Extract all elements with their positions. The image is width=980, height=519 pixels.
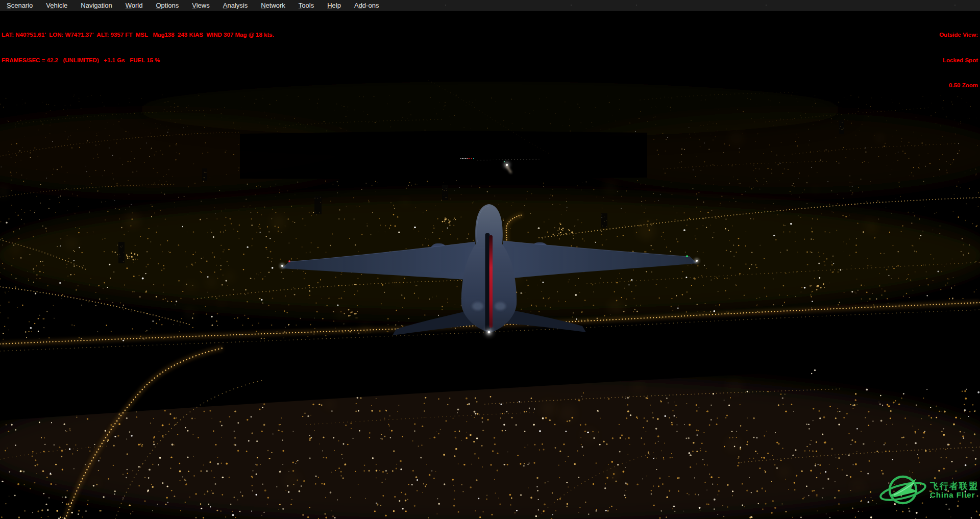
watermark: 飞行者联盟 China Flier bbox=[878, 471, 978, 510]
nav-light-red bbox=[288, 260, 290, 262]
nav-light-green bbox=[686, 255, 688, 257]
menu-item-scenario[interactable]: Scenario bbox=[0, 0, 39, 11]
china-flier-logo-icon bbox=[878, 471, 927, 510]
menu-item-options[interactable]: Options bbox=[149, 0, 185, 11]
simulator-window: ScenarioVehicleNavigationWorldOptionsVie… bbox=[0, 0, 980, 519]
menu-bar: ScenarioVehicleNavigationWorldOptionsVie… bbox=[0, 0, 980, 11]
menu-item-navigation[interactable]: Navigation bbox=[74, 0, 118, 11]
flight-info-overlay: LAT: N40?51.61' LON: W74?1.37' ALT: 9357… bbox=[2, 14, 274, 81]
speck bbox=[335, 5, 336, 6]
speck bbox=[636, 5, 637, 6]
strobe-light-left bbox=[281, 265, 283, 267]
view-mode-label: Outside View: bbox=[939, 31, 978, 39]
tail-stripe-red bbox=[489, 235, 493, 328]
speck bbox=[766, 5, 767, 6]
speck bbox=[954, 5, 955, 6]
menu-item-add-ons[interactable]: Add-ons bbox=[348, 0, 385, 11]
menu-item-tools[interactable]: Tools bbox=[292, 0, 321, 11]
menu-item-vehicle[interactable]: Vehicle bbox=[39, 0, 74, 11]
menu-item-help[interactable]: Help bbox=[321, 0, 348, 11]
frames-fuel-line: FRAMES/SEC = 42.2 (UNLIMITED) +1.1 Gs FU… bbox=[2, 56, 274, 65]
flight-data-line: LAT: N40?51.61' LON: W74?1.37' ALT: 9357… bbox=[2, 31, 274, 39]
menu-item-views[interactable]: Views bbox=[185, 0, 216, 11]
strobe-light-right bbox=[696, 260, 698, 262]
speck bbox=[571, 5, 572, 6]
watermark-chinese-text: 飞行者联盟 bbox=[930, 482, 978, 491]
menu-item-world[interactable]: World bbox=[119, 0, 150, 11]
zoom-level-label: 0.50 Zoom bbox=[939, 81, 978, 90]
camera-mode-label: Locked Spot bbox=[939, 56, 978, 65]
view-info-overlay: Outside View: Locked Spot 0.50 Zoom bbox=[939, 14, 978, 107]
speck bbox=[445, 5, 446, 6]
tail-light bbox=[488, 331, 491, 334]
menu-item-network[interactable]: Network bbox=[254, 0, 292, 11]
menu-item-analysis[interactable]: Analysis bbox=[216, 0, 254, 11]
distant-nav-light-green bbox=[504, 161, 505, 162]
rudder-slot bbox=[485, 233, 490, 330]
watermark-english-text: China Flier bbox=[930, 491, 975, 499]
